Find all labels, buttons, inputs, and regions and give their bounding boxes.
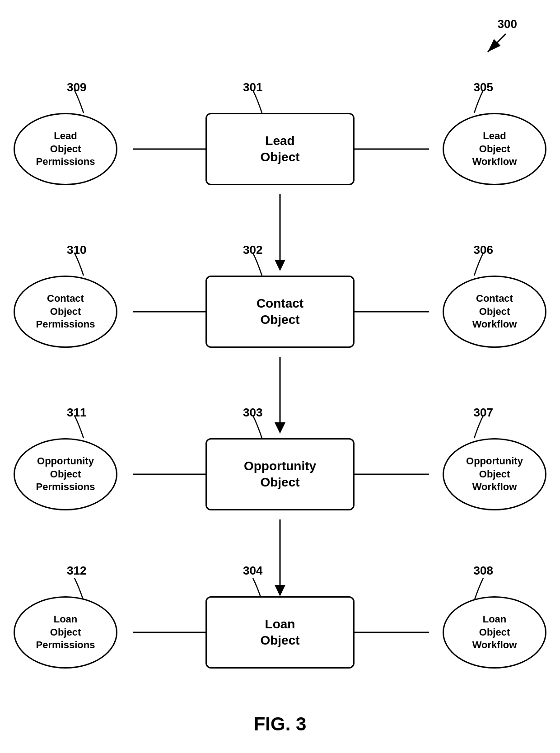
contact-workflow-label: ContactObjectWorkflow bbox=[472, 292, 517, 331]
ref-300: 300 bbox=[498, 17, 517, 31]
contact-object-rect: ContactObject bbox=[205, 276, 355, 348]
opportunity-object-label: OpportunityObject bbox=[244, 458, 316, 491]
loan-permissions-label: LoanObjectPermissions bbox=[36, 613, 95, 652]
lead-permissions-label: LeadObjectPermissions bbox=[36, 130, 95, 168]
ref-302: 302 bbox=[243, 243, 262, 257]
ref-305: 305 bbox=[474, 80, 493, 94]
svg-marker-3 bbox=[275, 422, 285, 434]
loan-object-rect: LoanObject bbox=[205, 596, 355, 669]
ref-309: 309 bbox=[67, 80, 86, 94]
contact-permissions-label: ContactObjectPermissions bbox=[36, 292, 95, 331]
diagram-container: 300 LeadObjectPermissions 309 LeadObject… bbox=[0, 0, 560, 753]
ref-306: 306 bbox=[474, 243, 493, 257]
lead-workflow-oval: LeadObjectWorkflow bbox=[443, 113, 546, 185]
figure-caption: FIG. 3 bbox=[254, 713, 307, 735]
lead-permissions-oval: LeadObjectPermissions bbox=[14, 113, 117, 185]
ref-312: 312 bbox=[67, 564, 86, 578]
ref-307: 307 bbox=[474, 406, 493, 420]
loan-object-label: LoanObject bbox=[260, 616, 299, 649]
loan-workflow-label: LoanObjectWorkflow bbox=[472, 613, 517, 652]
ref-310: 310 bbox=[67, 243, 86, 257]
ref-303: 303 bbox=[243, 406, 262, 420]
svg-marker-5 bbox=[275, 585, 285, 596]
contact-permissions-oval: ContactObjectPermissions bbox=[14, 276, 117, 348]
contact-object-label: ContactObject bbox=[257, 295, 303, 328]
ref-308: 308 bbox=[474, 564, 493, 578]
loan-workflow-oval: LoanObjectWorkflow bbox=[443, 596, 546, 669]
loan-permissions-oval: LoanObjectPermissions bbox=[14, 596, 117, 669]
ref-301: 301 bbox=[243, 80, 262, 94]
opportunity-permissions-oval: OpportunityObjectPermissions bbox=[14, 438, 117, 510]
ref-311: 311 bbox=[67, 406, 86, 420]
lead-workflow-label: LeadObjectWorkflow bbox=[472, 130, 517, 168]
opportunity-workflow-label: OpportunityObjectWorkflow bbox=[466, 455, 523, 494]
lead-object-label: LeadObject bbox=[260, 133, 299, 166]
opportunity-workflow-oval: OpportunityObjectWorkflow bbox=[443, 438, 546, 510]
svg-marker-1 bbox=[275, 260, 285, 271]
contact-workflow-oval: ContactObjectWorkflow bbox=[443, 276, 546, 348]
lead-object-rect: LeadObject bbox=[205, 113, 355, 185]
opportunity-object-rect: OpportunityObject bbox=[205, 438, 355, 510]
ref-304: 304 bbox=[243, 564, 262, 578]
opportunity-permissions-label: OpportunityObjectPermissions bbox=[36, 455, 95, 494]
